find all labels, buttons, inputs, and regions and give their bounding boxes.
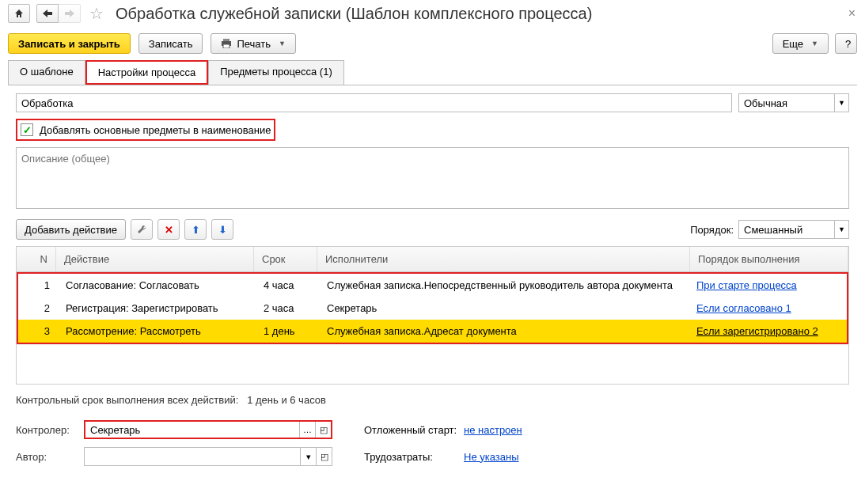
- chevron-down-icon[interactable]: ▼: [834, 221, 848, 238]
- delayed-label: Отложенный старт:: [364, 424, 459, 436]
- add-subjects-checkbox[interactable]: ✓: [21, 123, 33, 136]
- tab-about[interactable]: О шаблоне: [8, 60, 85, 85]
- move-up-button[interactable]: ⬆: [184, 219, 207, 240]
- effort-link[interactable]: Не указаны: [464, 451, 519, 463]
- author-input[interactable]: ▾ ◰: [84, 447, 332, 466]
- tab-settings[interactable]: Настройки процесса: [85, 60, 209, 85]
- controller-field[interactable]: [85, 422, 299, 438]
- grid-empty-area: [17, 344, 848, 384]
- col-header-n[interactable]: N: [17, 247, 56, 271]
- help-button[interactable]: ?: [835, 33, 857, 54]
- importance-value: Обычная: [739, 97, 834, 109]
- close-button[interactable]: ×: [848, 6, 856, 21]
- page-title: Обработка служебной записки (Шаблон комп…: [116, 5, 592, 23]
- printer-icon: [221, 39, 232, 48]
- order-link[interactable]: Если зарегистрировано 2: [696, 325, 818, 337]
- table-row[interactable]: 3 Рассмотрение: Рассмотреть 1 день Служе…: [18, 320, 847, 343]
- order-link[interactable]: Если согласовано 1: [696, 302, 791, 314]
- more-label: Еще: [783, 38, 803, 50]
- description-textarea[interactable]: [16, 147, 849, 209]
- dropdown-button[interactable]: ▾: [300, 448, 316, 465]
- order-value: Смешанный: [739, 224, 834, 236]
- summary-label: Контрольный срок выполнения всех действи…: [16, 394, 238, 406]
- move-down-button[interactable]: ⬇: [211, 219, 233, 240]
- importance-select[interactable]: Обычная ▼: [738, 93, 849, 112]
- order-select[interactable]: Смешанный ▼: [738, 220, 849, 239]
- settings-action-button[interactable]: [131, 219, 153, 240]
- back-button[interactable]: [36, 4, 59, 23]
- delete-icon: ✕: [165, 224, 173, 236]
- table-row[interactable]: 2 Регистрация: Зарегистрировать 2 часа С…: [18, 297, 847, 320]
- col-header-deadline[interactable]: Срок: [254, 247, 317, 271]
- order-label: Порядок:: [690, 224, 734, 236]
- chevron-down-icon[interactable]: ▼: [834, 94, 848, 112]
- table-row[interactable]: 1 Согласование: Согласовать 4 часа Служе…: [18, 274, 847, 297]
- save-close-label: Записать и закрыть: [18, 38, 120, 50]
- print-button[interactable]: Печать ▼: [211, 33, 296, 54]
- save-button[interactable]: Записать: [138, 33, 203, 54]
- delete-action-button[interactable]: ✕: [157, 219, 180, 240]
- more-button[interactable]: Еще▼: [772, 33, 829, 54]
- save-close-button[interactable]: Записать и закрыть: [8, 33, 131, 54]
- name-input[interactable]: [16, 93, 732, 112]
- wrench-icon: [136, 224, 147, 235]
- author-label: Автор:: [16, 451, 79, 463]
- arrow-down-icon: ⬇: [218, 224, 227, 236]
- author-field[interactable]: [85, 448, 300, 465]
- add-action-button[interactable]: Добавить действие: [16, 219, 126, 240]
- add-subjects-label: Добавлять основные предметы в наименован…: [40, 124, 271, 136]
- forward-button[interactable]: [59, 4, 81, 23]
- save-label: Записать: [149, 38, 193, 50]
- summary-value: 1 день и 6 часов: [247, 394, 326, 406]
- favorite-icon[interactable]: ☆: [87, 4, 106, 23]
- chevron-down-icon: ▼: [279, 40, 286, 47]
- chevron-down-icon: ▼: [811, 40, 818, 47]
- arrow-up-icon: ⬆: [192, 224, 200, 236]
- col-header-order[interactable]: Порядок выполнения: [690, 247, 848, 271]
- col-header-executors[interactable]: Исполнители: [317, 247, 690, 271]
- home-button[interactable]: [8, 4, 30, 23]
- controller-label: Контролер:: [16, 424, 79, 436]
- actions-grid: N Действие Срок Исполнители Порядок выпо…: [16, 246, 849, 385]
- col-header-action[interactable]: Действие: [56, 247, 254, 271]
- effort-label: Трудозатраты:: [364, 451, 459, 463]
- tab-subjects[interactable]: Предметы процесса (1): [208, 60, 344, 85]
- svg-rect-0: [223, 39, 230, 41]
- controller-input[interactable]: … ◰: [84, 420, 332, 439]
- print-label: Печать: [237, 38, 271, 50]
- delayed-link[interactable]: не настроен: [464, 424, 522, 436]
- select-button[interactable]: …: [299, 422, 315, 438]
- svg-rect-2: [223, 44, 230, 48]
- order-link[interactable]: При старте процесса: [696, 279, 797, 291]
- open-button[interactable]: ◰: [315, 422, 331, 438]
- open-button[interactable]: ◰: [316, 448, 332, 465]
